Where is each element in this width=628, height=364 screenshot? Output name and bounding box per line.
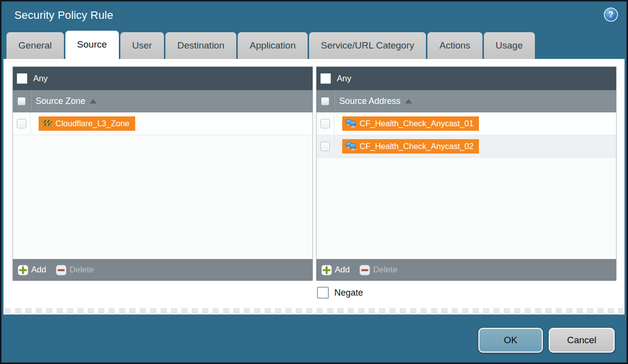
source-zone-footer: Add Delete [13, 259, 313, 281]
source-zone-any-checkbox[interactable] [17, 73, 27, 84]
sort-ascending-icon [90, 99, 97, 104]
address-item-chip[interactable]: CF_Health_Check_Anycast_02 [342, 139, 479, 154]
row-checkbox-cell [316, 135, 334, 157]
ok-button[interactable]: OK [478, 328, 543, 353]
add-zone-button[interactable]: Add [18, 265, 46, 275]
tab-bar: General Source User Destination Applicat… [6, 31, 535, 59]
minus-icon [56, 265, 66, 275]
negate-label: Negate [334, 288, 363, 298]
address-icon [346, 119, 356, 128]
delete-zone-button[interactable]: Delete [56, 265, 94, 275]
delete-label: Delete [69, 265, 94, 275]
source-address-any-label: Any [337, 74, 351, 84]
address-item-chip[interactable]: CF_Health_Check_Anycast_01 [342, 116, 479, 131]
sort-ascending-icon [405, 99, 412, 104]
add-label: Add [335, 265, 350, 275]
source-address-list: CF_Health_Check_Anycast_01 [316, 112, 616, 259]
source-address-column-header[interactable]: Source Address [316, 90, 616, 112]
source-zone-column-label: Source Zone [36, 96, 85, 106]
address-row-checkbox[interactable] [320, 119, 330, 128]
plus-icon [321, 265, 332, 275]
add-label: Add [31, 265, 46, 275]
dialog-actions: OK Cancel [478, 328, 615, 353]
source-address-select-all-checkbox[interactable] [321, 97, 329, 105]
zone-item-label: Cloudflare_L3_Zone [55, 119, 130, 128]
source-tab-content: Any Source Zone [3, 59, 625, 314]
header-checkbox-cell [316, 90, 334, 112]
add-address-button[interactable]: Add [321, 265, 350, 275]
source-address-footer: Add Delete [316, 259, 616, 281]
address-item-label: CF_Health_Check_Anycast_02 [360, 142, 473, 151]
source-zone-any-label: Any [33, 74, 48, 84]
tab-application[interactable]: Application [238, 32, 308, 59]
zone-item-chip[interactable]: Cloudflare_L3_Zone [39, 116, 135, 131]
table-row: Cloudflare_L3_Zone [13, 112, 313, 135]
tab-user[interactable]: User [120, 32, 164, 59]
delete-label: Delete [373, 265, 397, 275]
address-icon [346, 142, 356, 151]
source-address-column-label: Source Address [339, 96, 401, 106]
source-zone-column-header[interactable]: Source Zone [13, 90, 313, 112]
source-address-panel: Any Source Address [316, 66, 617, 280]
source-address-any-row: Any [316, 67, 616, 90]
table-row: CF_Health_Check_Anycast_01 [316, 112, 616, 135]
delete-address-button[interactable]: Delete [360, 265, 397, 275]
dialog-title: Security Policy Rule [14, 9, 113, 22]
security-policy-rule-dialog: Security Policy Rule ? General Source Us… [0, 0, 628, 364]
source-zone-panel: Any Source Zone [12, 66, 313, 280]
source-address-any-checkbox[interactable] [320, 73, 331, 84]
zone-row-checkbox[interactable] [17, 119, 26, 128]
cancel-button[interactable]: Cancel [549, 328, 615, 353]
title-bar: Security Policy Rule ? [1, 1, 627, 31]
header-checkbox-cell [13, 90, 31, 112]
tab-service-url-category[interactable]: Service/URL Category [309, 32, 426, 59]
help-icon[interactable]: ? [604, 7, 618, 22]
source-zone-any-row: Any [13, 67, 313, 90]
tab-general[interactable]: General [6, 32, 64, 59]
resize-grip [4, 308, 624, 313]
tab-source[interactable]: Source [65, 31, 119, 59]
tab-actions[interactable]: Actions [427, 32, 482, 59]
plus-icon [18, 265, 28, 275]
source-zone-select-all-checkbox[interactable] [17, 97, 26, 105]
zone-icon [42, 120, 52, 127]
negate-row: Negate [317, 287, 363, 299]
source-zone-list: Cloudflare_L3_Zone [13, 112, 313, 259]
address-row-checkbox[interactable] [320, 142, 330, 151]
tab-usage[interactable]: Usage [484, 32, 535, 59]
negate-checkbox[interactable] [317, 287, 329, 299]
tab-destination[interactable]: Destination [165, 32, 236, 59]
address-item-label: CF_Health_Check_Anycast_01 [360, 119, 473, 128]
row-checkbox-cell [13, 112, 31, 135]
row-checkbox-cell [316, 112, 334, 135]
table-row: CF_Health_Check_Anycast_02 [316, 135, 616, 158]
minus-icon [360, 265, 370, 275]
